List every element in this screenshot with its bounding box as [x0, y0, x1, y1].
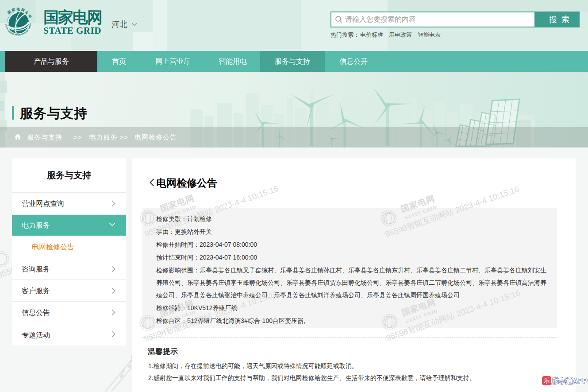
svg-text:乐亭通APP: 乐亭通APP [551, 377, 588, 385]
